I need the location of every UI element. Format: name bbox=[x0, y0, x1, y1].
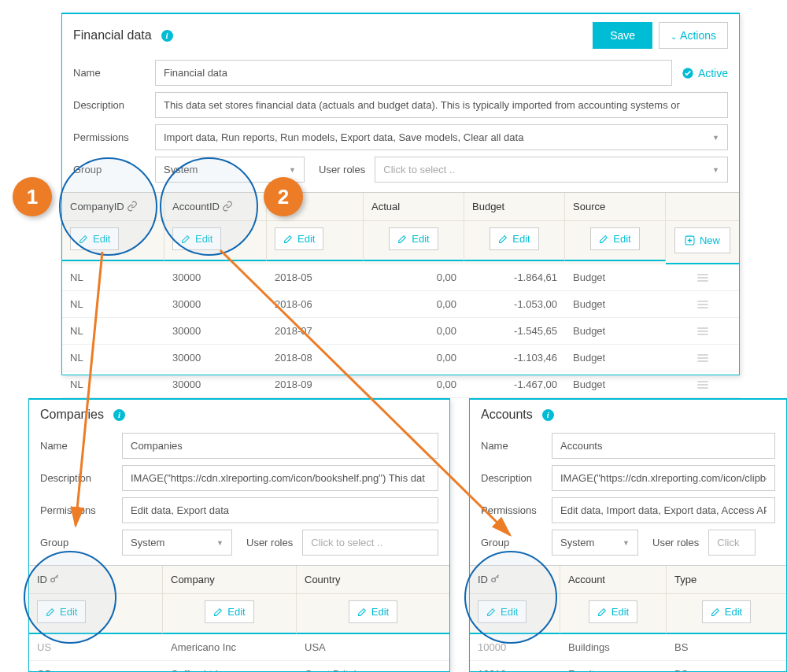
edit-button[interactable]: Edit bbox=[349, 600, 397, 623]
active-toggle[interactable]: Active bbox=[682, 67, 728, 79]
check-circle-icon bbox=[682, 67, 694, 79]
link-icon bbox=[222, 201, 233, 212]
userroles-select[interactable]: Click bbox=[708, 530, 756, 556]
edit-button[interactable]: Edit bbox=[37, 600, 86, 623]
userroles-select[interactable]: Click to select ..▼ bbox=[375, 157, 728, 183]
col-accountid: AccountID bbox=[164, 193, 267, 221]
col-id: ID bbox=[470, 566, 560, 594]
edit-button[interactable]: Edit bbox=[490, 227, 538, 250]
pencil-icon bbox=[498, 234, 508, 244]
pencil-icon bbox=[283, 234, 294, 244]
edit-button[interactable]: Edit bbox=[275, 227, 323, 250]
permissions-field[interactable] bbox=[122, 497, 438, 523]
key-icon bbox=[50, 574, 61, 585]
chevron-down-icon: ▼ bbox=[712, 134, 719, 142]
svg-point-3 bbox=[492, 578, 496, 582]
label-userroles: User roles bbox=[319, 164, 365, 175]
table-row[interactable]: NL300002018-05 0,00-1.864,61Budget bbox=[62, 264, 739, 291]
col-actual: Actual bbox=[364, 193, 464, 221]
callout-badge-2: 2 bbox=[264, 177, 303, 216]
edit-button[interactable]: Edit bbox=[389, 227, 438, 250]
label-description: Description bbox=[73, 99, 155, 111]
panel-accounts: Accountsi Name Description Permissions G… bbox=[469, 398, 787, 672]
edit-button[interactable]: Edit bbox=[205, 600, 253, 623]
panel-financial-data: Financial data i Save ⌄Actions Name Acti… bbox=[61, 13, 740, 375]
table-row[interactable]: NL300002018-08 0,00-1.103,46Budget bbox=[62, 345, 739, 371]
pencil-icon bbox=[711, 607, 721, 617]
col-type: Type bbox=[667, 566, 786, 594]
table-row[interactable]: 10000BuildingsBS bbox=[470, 634, 786, 661]
chevron-down-icon: ▼ bbox=[289, 166, 296, 174]
name-field[interactable] bbox=[552, 433, 775, 459]
actions-button[interactable]: ⌄Actions bbox=[659, 22, 728, 49]
table-row[interactable]: NL300002018-06 0,00-1.053,00Budget bbox=[62, 291, 739, 318]
panel-header: Financial data i Save ⌄Actions bbox=[62, 14, 739, 57]
data-grid: CompanyID Edit AccountID Edit Edit Actua… bbox=[62, 192, 739, 398]
pencil-icon bbox=[397, 234, 408, 244]
pencil-icon bbox=[599, 234, 609, 244]
label-permissions: Permissions bbox=[73, 131, 155, 143]
drag-handle-icon[interactable] bbox=[666, 291, 739, 317]
table-row[interactable]: USAmericano IncUSA bbox=[29, 634, 449, 661]
label-name: Name bbox=[73, 67, 155, 79]
table-row[interactable]: NL300002018-07 0,00-1.545,65Budget bbox=[62, 318, 739, 345]
name-field[interactable] bbox=[155, 60, 672, 86]
info-icon[interactable]: i bbox=[542, 409, 554, 421]
chevron-down-icon: ▼ bbox=[712, 166, 719, 174]
new-button[interactable]: New bbox=[674, 227, 730, 253]
col-id: ID bbox=[29, 566, 163, 594]
chevron-down-icon: ⌄ bbox=[671, 32, 677, 41]
edit-button[interactable]: Edit bbox=[590, 227, 639, 250]
pencil-icon bbox=[213, 607, 224, 617]
plus-icon bbox=[685, 235, 695, 246]
name-field[interactable] bbox=[122, 433, 438, 459]
svg-point-2 bbox=[51, 578, 55, 582]
edit-button[interactable]: Edit bbox=[172, 227, 221, 250]
col-account: Account bbox=[560, 566, 667, 594]
edit-button[interactable]: Edit bbox=[478, 600, 527, 623]
pencil-icon bbox=[79, 234, 89, 244]
label-group: Group bbox=[73, 164, 155, 175]
userroles-select[interactable]: Click to select .. bbox=[302, 530, 438, 556]
drag-handle-icon[interactable] bbox=[666, 371, 739, 397]
col-source: Source bbox=[565, 193, 666, 221]
col-companyid: CompanyID bbox=[62, 193, 164, 221]
table-row[interactable]: 10010FurnitureBS bbox=[470, 661, 786, 672]
link-icon bbox=[127, 201, 138, 212]
panel-companies: Companiesi Name Description Permissions … bbox=[28, 398, 450, 672]
col-budget: Budget bbox=[464, 193, 565, 221]
drag-handle-icon[interactable] bbox=[666, 264, 739, 290]
edit-button[interactable]: Edit bbox=[589, 600, 637, 623]
permissions-field[interactable] bbox=[552, 497, 775, 523]
col-company: Company bbox=[163, 566, 297, 594]
pencil-icon bbox=[357, 607, 368, 617]
table-row[interactable]: NL300002018-09 0,00-1.467,00Budget bbox=[62, 371, 739, 398]
pencil-icon bbox=[597, 607, 608, 617]
page-title: Accounts bbox=[481, 408, 533, 422]
group-select[interactable]: System▼ bbox=[552, 530, 638, 556]
description-field[interactable] bbox=[122, 465, 438, 491]
description-field[interactable] bbox=[552, 465, 775, 491]
drag-handle-icon[interactable] bbox=[666, 345, 739, 371]
group-select[interactable]: System▼ bbox=[122, 530, 232, 556]
drag-handle-icon[interactable] bbox=[666, 318, 739, 344]
edit-button[interactable]: Edit bbox=[70, 227, 119, 250]
info-icon[interactable]: i bbox=[161, 30, 173, 42]
pencil-icon bbox=[46, 607, 56, 617]
key-icon bbox=[490, 574, 501, 585]
pencil-icon bbox=[486, 607, 497, 617]
page-title: Companies bbox=[40, 408, 104, 422]
col-country: Country bbox=[297, 566, 449, 594]
edit-button[interactable]: Edit bbox=[702, 600, 751, 623]
permissions-select[interactable]: Import data, Run reports, Run models, Ex… bbox=[155, 124, 728, 150]
save-button[interactable]: Save bbox=[593, 22, 652, 49]
info-icon[interactable]: i bbox=[113, 409, 125, 421]
callout-badge-1: 1 bbox=[13, 177, 52, 216]
table-row[interactable]: GBCoffee LtdGreat Britain bbox=[29, 661, 449, 672]
description-field[interactable] bbox=[155, 92, 728, 118]
pencil-icon bbox=[181, 234, 191, 244]
page-title: Financial data bbox=[73, 28, 152, 42]
